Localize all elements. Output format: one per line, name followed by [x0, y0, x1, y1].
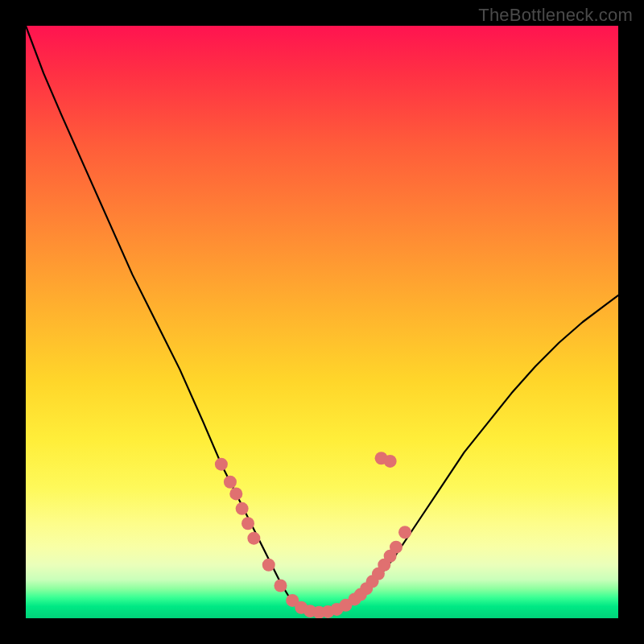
data-point	[242, 517, 254, 530]
data-point	[215, 458, 228, 471]
data-point	[247, 532, 260, 545]
data-point	[398, 526, 411, 539]
data-point	[384, 455, 397, 468]
chart-frame: TheBottleneck.com	[0, 0, 644, 644]
data-point	[224, 476, 237, 489]
data-point	[274, 580, 287, 592]
data-point	[262, 559, 275, 572]
marker-group	[215, 452, 411, 618]
data-point	[229, 487, 242, 500]
data-point	[390, 541, 402, 554]
plot-svg	[26, 26, 618, 618]
plot-area	[26, 26, 618, 618]
watermark-text: TheBottleneck.com	[478, 5, 633, 26]
data-point	[236, 502, 249, 515]
bottleneck-curve	[26, 26, 618, 613]
